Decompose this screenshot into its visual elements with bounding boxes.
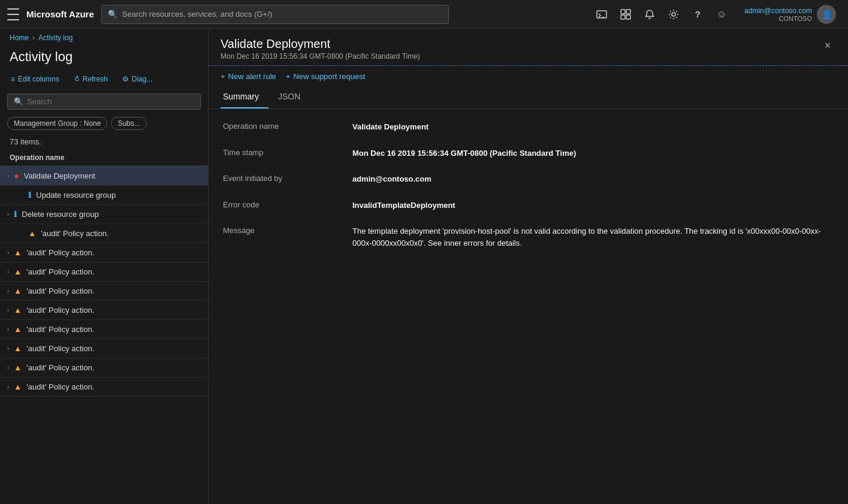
panel-tabs: Summary JSON xyxy=(209,87,848,109)
user-avatar: 👤 xyxy=(817,5,836,24)
user-info: admin@contoso.com CONTOSO xyxy=(744,7,812,22)
chevron-right-icon: › xyxy=(7,384,9,390)
detail-row: Event initiated byadmin@contoso.com xyxy=(223,173,834,185)
panel-header: Validate Deployment Mon Dec 16 2019 15:5… xyxy=(209,29,848,66)
hamburger-menu[interactable] xyxy=(7,8,19,20)
items-count: 73 items. xyxy=(0,135,208,150)
warning-icon: ▲ xyxy=(14,382,22,391)
topbar-icons: ? ☺ xyxy=(591,4,732,25)
warning-icon: ▲ xyxy=(14,363,22,372)
svg-rect-4 xyxy=(621,15,625,19)
svg-rect-5 xyxy=(626,15,630,19)
list-item[interactable]: ›ℹUpdate resource group xyxy=(0,186,208,205)
new-support-request-button[interactable]: + New support request xyxy=(286,72,366,81)
new-support-request-plus-icon: + xyxy=(286,72,291,81)
cloud-shell-icon[interactable] xyxy=(591,4,612,25)
list-item[interactable]: ›▲'audit' Policy action. xyxy=(0,301,208,320)
global-search[interactable]: 🔍 Search resources, services, and docs (… xyxy=(101,5,449,24)
sidebar-search-container[interactable]: 🔍 xyxy=(7,93,201,110)
chevron-right-icon: › xyxy=(7,307,9,313)
notifications-icon[interactable] xyxy=(639,4,660,25)
warning-icon: ▲ xyxy=(14,267,22,276)
filter-pills: Management Group : None Subs... xyxy=(0,114,208,135)
activity-log-list: ›●Validate Deployment›ℹUpdate resource g… xyxy=(0,166,208,504)
list-item-label: Delete resource group xyxy=(22,210,201,219)
right-panel: Validate Deployment Mon Dec 16 2019 15:5… xyxy=(209,29,848,504)
detail-label: Operation name xyxy=(223,121,343,133)
list-item-label: 'audit' Policy action. xyxy=(26,248,201,257)
list-item[interactable]: ›▲'audit' Policy action. xyxy=(0,282,208,301)
subscription-label: Subs... xyxy=(117,119,140,128)
list-item-label: Validate Deployment xyxy=(24,171,201,180)
user-menu[interactable]: admin@contoso.com CONTOSO 👤 xyxy=(740,2,841,26)
list-item[interactable]: ›▲'audit' Policy action. xyxy=(0,378,208,397)
breadcrumb-separator: › xyxy=(32,34,35,42)
user-org: CONTOSO xyxy=(744,15,812,22)
list-item-label: 'audit' Policy action. xyxy=(26,382,201,391)
list-item[interactable]: ›▲'audit' Policy action. xyxy=(0,358,208,378)
edit-columns-icon: ≡ xyxy=(11,75,15,83)
search-placeholder-text: Search resources, services, and docs (G+… xyxy=(122,10,272,19)
new-support-request-label: New support request xyxy=(293,72,365,81)
edit-columns-button[interactable]: ≡ Edit columns xyxy=(5,72,65,86)
settings-icon[interactable] xyxy=(663,4,684,25)
detail-label: Error code xyxy=(223,200,343,212)
panel-subtitle: Mon Dec 16 2019 15:56:34 GMT-0800 (Pacif… xyxy=(221,52,420,61)
info-icon: ℹ xyxy=(14,210,17,219)
list-item[interactable]: ›▲'audit' Policy action. xyxy=(0,320,208,339)
list-item[interactable]: ›ℹDelete resource group xyxy=(0,205,208,224)
panel-title: Validate Deployment xyxy=(221,37,420,51)
chevron-right-icon: › xyxy=(7,173,9,179)
detail-row: Error codeInvalidTemplateDeployment xyxy=(223,200,834,212)
breadcrumb-current: Activity log xyxy=(38,34,73,42)
chevron-right-icon: › xyxy=(7,268,9,275)
detail-value: admin@contoso.com xyxy=(352,173,834,185)
feedback-icon[interactable]: ☺ xyxy=(711,4,732,25)
refresh-button[interactable]: ↻ Refresh xyxy=(68,72,114,86)
breadcrumb-home[interactable]: Home xyxy=(10,34,29,42)
list-item-label: 'audit' Policy action. xyxy=(26,286,201,295)
warning-icon: ▲ xyxy=(14,248,22,257)
svg-point-6 xyxy=(672,13,675,16)
list-item[interactable]: ›●Validate Deployment xyxy=(0,166,208,186)
new-alert-rule-label: New alert rule xyxy=(228,72,276,81)
detail-row: MessageThe template deployment 'provisio… xyxy=(223,225,834,249)
management-group-filter[interactable]: Management Group : None xyxy=(7,117,107,130)
warning-icon: ▲ xyxy=(14,286,22,295)
search-input[interactable] xyxy=(27,97,194,106)
sidebar-toolbar: ≡ Edit columns ↻ Refresh ⚙ Diag... xyxy=(0,72,208,91)
chevron-right-icon: › xyxy=(7,211,9,218)
main-layout: Home › Activity log Activity log ≡ Edit … xyxy=(0,29,848,504)
detail-value: Validate Deployment xyxy=(352,121,834,133)
warning-icon: ▲ xyxy=(14,344,22,353)
panel-title-section: Validate Deployment Mon Dec 16 2019 15:5… xyxy=(221,37,420,61)
sidebar: Home › Activity log Activity log ≡ Edit … xyxy=(0,29,209,504)
edit-columns-label: Edit columns xyxy=(18,75,59,83)
search-icon: 🔍 xyxy=(14,97,23,106)
diagnose-button[interactable]: ⚙ Diag... xyxy=(116,72,159,86)
detail-label: Message xyxy=(223,225,343,249)
chevron-right-icon: › xyxy=(7,364,9,371)
diagnose-icon: ⚙ xyxy=(122,75,129,83)
tab-json[interactable]: JSON xyxy=(276,87,310,108)
panel-content: Operation nameValidate DeploymentTime st… xyxy=(209,109,848,504)
topbar: Microsoft Azure 🔍 Search resources, serv… xyxy=(0,0,848,29)
tab-summary[interactable]: Summary xyxy=(221,87,268,108)
list-item[interactable]: ›▲'audit' Policy action. xyxy=(0,339,208,358)
detail-label: Event initiated by xyxy=(223,173,343,185)
detail-value: The template deployment 'provision-host-… xyxy=(352,225,834,249)
svg-rect-3 xyxy=(626,10,630,14)
list-item-label: 'audit' Policy action. xyxy=(26,363,201,372)
list-item[interactable]: ›▲'audit' Policy action. xyxy=(0,243,208,262)
list-item[interactable]: ›▲'audit' Policy action. xyxy=(0,262,208,282)
detail-value: InvalidTemplateDeployment xyxy=(352,200,834,212)
chevron-right-icon: › xyxy=(7,326,9,333)
subscription-filter[interactable]: Subs... xyxy=(111,117,146,130)
list-item-label: Update resource group xyxy=(36,191,201,200)
list-item[interactable]: ›▲'audit' Policy action. xyxy=(0,224,208,243)
search-icon: 🔍 xyxy=(108,10,117,19)
portal-icon[interactable] xyxy=(615,4,636,25)
help-icon[interactable]: ? xyxy=(687,4,708,25)
new-alert-rule-button[interactable]: + New alert rule xyxy=(221,72,276,81)
panel-close-button[interactable]: × xyxy=(819,37,836,54)
